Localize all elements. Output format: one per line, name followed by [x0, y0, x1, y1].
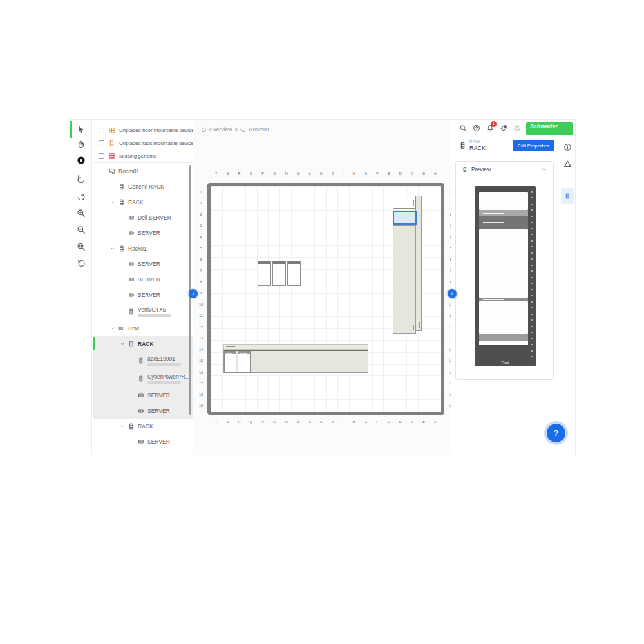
left-panel-collapse-handle[interactable]: ‹ [189, 289, 198, 298]
bell-icon[interactable]: 1 [486, 124, 494, 132]
header-icons: 1 [459, 124, 533, 132]
alarm-triangle-icon[interactable] [564, 160, 572, 168]
row-label: 17 [197, 381, 205, 385]
chevron-down-icon[interactable] [120, 424, 125, 429]
chevron-down-icon[interactable] [110, 246, 115, 251]
canvas-rack-tall[interactable] [393, 225, 416, 334]
brand-logo[interactable]: Schneider Electric [526, 122, 573, 135]
tree-item-vertivgtx5[interactable]: VertivGTX5 [93, 303, 193, 321]
pan-tool[interactable] [77, 140, 86, 149]
tag-icon[interactable] [500, 124, 507, 132]
column-label: S [227, 420, 229, 425]
chevron-down-icon[interactable] [110, 326, 115, 331]
right-panel-collapse-handle[interactable]: › [448, 289, 457, 298]
tree-item-server[interactable]: SERVER [93, 403, 193, 419]
floorplan-canvas[interactable]: Overview > Room01 TSRQPONMLKJIHGFEDCBA T… [193, 120, 451, 455]
floor-device-icon [108, 127, 115, 134]
column-label: F [376, 420, 378, 425]
zoom-out-button[interactable] [77, 225, 86, 234]
undo-button[interactable] [77, 174, 86, 183]
rack-device-strip [479, 210, 528, 216]
canvas-rack-cluster-2[interactable] [272, 261, 286, 286]
placement-tool[interactable] [77, 156, 86, 165]
canvas-rack-top[interactable] [393, 198, 416, 209]
tree-item-cyberpowerpr2200r[interactable]: CyberPowerPR2200R... [93, 370, 193, 388]
chevron-down-icon[interactable] [110, 200, 115, 205]
tree-item-rack[interactable]: RACK [93, 336, 193, 352]
filter-checkbox[interactable] [99, 153, 104, 159]
row-label: 4 [197, 235, 205, 239]
ups-icon [138, 375, 144, 382]
column-label: Q [250, 171, 252, 176]
row-label: 7 [197, 269, 205, 272]
row-label: 9 [197, 291, 205, 295]
rack-front-label: Front [475, 361, 536, 365]
chevron-down-icon[interactable] [120, 341, 125, 346]
rack-icon [118, 245, 125, 252]
tree-item-generic-rack[interactable]: Generic RACK [93, 179, 193, 194]
canvas-rack-cluster-3[interactable] [287, 261, 301, 286]
breadcrumb-overview[interactable]: Overview [209, 126, 232, 133]
tree-item-row[interactable]: Row [93, 321, 193, 336]
column-label: F [376, 171, 378, 176]
tree-item-row01[interactable]: Row01 [93, 450, 193, 455]
canvas-rack-a[interactable] [224, 351, 236, 373]
rack-tab-icon[interactable] [561, 188, 574, 204]
column-label: T [215, 171, 217, 176]
info-icon[interactable] [564, 143, 572, 151]
column-label: G [365, 420, 367, 425]
tree-item-label: Room01 [118, 168, 139, 175]
zoom-fit-button[interactable] [77, 242, 86, 251]
help-fab-button[interactable]: ? [547, 424, 565, 442]
canvas-row-label-strip[interactable] [223, 344, 368, 350]
tree-item-label: RACK [138, 423, 153, 430]
tree-item-server[interactable]: SERVER [93, 287, 193, 303]
select-tool[interactable] [77, 125, 86, 134]
server-icon [138, 392, 144, 399]
canvas-rack-b[interactable] [238, 351, 251, 373]
tree-item-server[interactable]: SERVER [93, 388, 193, 403]
tree-item-rack[interactable]: RACK [93, 419, 193, 434]
help-icon[interactable] [473, 124, 480, 132]
breadcrumb-room[interactable]: Room01 [249, 126, 269, 133]
canvas-rack-cluster-1[interactable] [258, 261, 271, 286]
overview-icon [201, 127, 207, 133]
canvas-rack-selected[interactable] [393, 211, 417, 225]
redo-button[interactable] [77, 191, 86, 200]
tree-item-rack[interactable]: RACK [93, 194, 193, 210]
tree-item-server[interactable]: SERVER [93, 256, 193, 272]
history-button[interactable] [77, 259, 86, 268]
edit-properties-button[interactable]: Edit Properties [513, 140, 554, 151]
filter-checkbox[interactable] [99, 140, 104, 146]
column-label: C [411, 171, 413, 176]
tree-item-label: RACK [138, 341, 154, 347]
column-label: B [422, 420, 425, 425]
column-label: I [343, 420, 344, 425]
rack-icon [118, 184, 125, 190]
collapse-chevron-icon[interactable] [540, 166, 547, 173]
column-label: O [273, 420, 276, 425]
search-icon[interactable] [459, 124, 467, 132]
rack-icon [459, 140, 466, 151]
row-label: 1 [197, 201, 205, 205]
rack-icon [128, 423, 135, 430]
column-labels-top: TSRQPONMLKJIHGFEDCBA [211, 171, 441, 176]
tree-item-server[interactable]: SERVER [93, 225, 193, 241]
filter-checkbox[interactable] [99, 128, 104, 133]
server-icon [128, 230, 135, 236]
column-label: K [320, 420, 323, 425]
tree-item-room01[interactable]: Room01 [93, 164, 193, 179]
zoom-in-button[interactable] [77, 209, 86, 218]
column-label: N [285, 420, 288, 425]
tree-item-rack01[interactable]: Rack01 [93, 241, 193, 256]
gear-icon[interactable] [513, 124, 521, 132]
tree-item-server[interactable]: SERVER [93, 272, 193, 287]
rack-slot-empty [479, 229, 528, 298]
tree-item-server[interactable]: SERVER [93, 434, 193, 450]
column-label: O [273, 171, 276, 176]
tree-item-apce19901[interactable]: apcE19901 [93, 352, 193, 370]
rack-device-icon [108, 140, 115, 147]
row-label: 16 [197, 370, 205, 374]
tree-item-dell-server[interactable]: Dell SERVER [93, 210, 193, 225]
tree-item-label: SERVER [138, 261, 160, 267]
